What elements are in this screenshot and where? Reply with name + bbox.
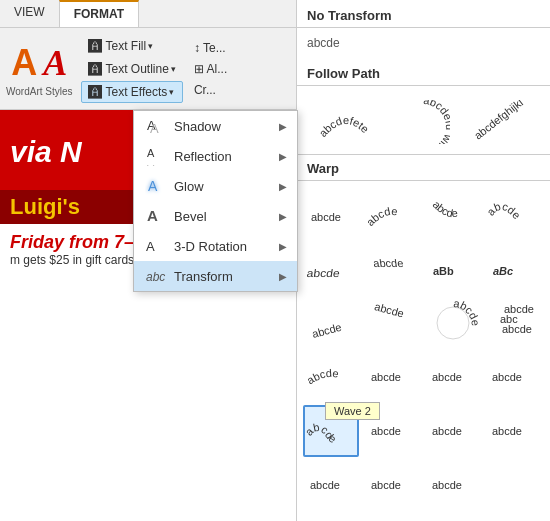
transform-label: Transform [174,269,279,284]
wordart-sample-2[interactable]: A [43,42,67,84]
warp-cell-11[interactable]: abcde [425,297,481,349]
wordart-styles-group: A A WordArt Styles [6,42,73,97]
bevel-label: Bevel [174,209,279,224]
svg-text:abcde: abcde [371,479,401,491]
glow-icon: A [144,176,168,196]
slide-red-text: via N [10,135,82,169]
shadow-arrow: ▶ [279,121,287,132]
svg-text:abc: abc [146,270,165,284]
svg-text:abcde: abcde [306,267,341,279]
divider-1 [297,27,550,28]
tab-view[interactable]: VIEW [0,0,59,27]
svg-text:A: A [147,163,155,166]
menu-reflection[interactable]: AA Reflection ▶ [134,141,297,171]
warp-cell-20[interactable]: abcde [485,405,541,457]
svg-text:abcde: abcde [432,479,462,491]
follow-path-title: Follow Path [297,60,550,85]
svg-text:A: A [146,239,155,254]
dropdown-arrow-2: ▾ [171,64,176,74]
warp-title: Warp [297,154,550,180]
text-effects-icon: 🅰 [88,84,102,100]
warp-cell-16[interactable]: abcde [485,351,541,403]
wordart-sample-1[interactable]: A [11,42,37,84]
svg-text:abcde: abcde [432,371,462,383]
dropdown-arrow: ▾ [148,41,153,51]
warp-cell-8[interactable]: aBc [485,243,541,295]
warp-cell-18[interactable]: abcde [364,405,420,457]
follow-path-cell-3[interactable]: abcdefghijklmno [473,96,529,148]
svg-text:abcde: abcde [492,425,522,437]
warp-panel: No Transform abcde Follow Path abcdefete… [296,0,550,521]
svg-text:abcde: abcde [310,479,340,491]
warp-cell-10[interactable]: abcde [364,297,420,349]
svg-text:abcde: abcde [371,425,401,437]
reflection-arrow: ▶ [279,151,287,162]
svg-text:abcde: abcde [372,257,404,269]
glow-label: Glow [174,179,279,194]
svg-text:abcdefu wiklm: abcdefu wiklm [423,100,450,144]
warp-cell-4[interactable]: abcde [485,189,541,241]
divider-3 [297,180,550,181]
svg-text:abcde: abcde [492,371,522,383]
glow-arrow: ▶ [279,181,287,192]
svg-text:A: A [148,178,158,194]
svg-text:abcde: abcde [367,205,398,228]
svg-text:A: A [150,121,159,136]
extra-buttons: ↕ Te... ⊞ Al... Cr... [187,38,234,100]
text-outline-button[interactable]: 🅰 Text Outline ▾ [81,58,183,80]
3d-rotation-label: 3-D Rotation [174,239,279,254]
warp-cell-2[interactable]: abcde [364,189,420,241]
warp-grid: abcde abcde abcde abcde abcde [297,185,550,515]
menu-glow[interactable]: A Glow ▶ [134,171,297,201]
warp-cell-22[interactable]: abcde [364,459,420,511]
svg-text:abcde: abcde [432,425,462,437]
no-transform-sample[interactable]: abcde [297,32,550,60]
reflection-label: Reflection [174,149,279,164]
warp-cell-17[interactable]: abcde [303,405,359,457]
warp-cell-3[interactable]: abcde [425,189,481,241]
text-fill-button[interactable]: 🅰 Text Fill ▾ [81,35,183,57]
warp-cell-9[interactable]: abcde [303,297,359,349]
svg-text:aBb: aBb [433,265,454,277]
svg-text:abcde: abcde [371,371,401,383]
text-outline-icon: 🅰 [88,61,102,77]
menu-shadow[interactable]: AA Shadow ▶ [134,111,297,141]
text-effects-dropdown: AA Shadow ▶ AA Reflection ▶ A Glow ▶ A B… [133,110,298,292]
warp-cell-23[interactable]: abcde [425,459,481,511]
svg-text:abcde: abcde [311,321,343,340]
warp-cell-1[interactable]: abcde [303,189,359,241]
3d-rotation-arrow: ▶ [279,241,287,252]
extra-btn-2[interactable]: ⊞ Al... [187,59,234,79]
text-effects-button[interactable]: 🅰 Text Effects ▾ [81,81,183,103]
svg-text:abcde: abcde [306,421,339,445]
text-fill-icon: 🅰 [88,38,102,54]
svg-text:abcde: abcde [452,301,477,327]
svg-text:A: A [147,207,158,224]
warp-cell-12[interactable]: abcde abc abcde [485,297,541,349]
dropdown-arrow-3: ▾ [169,87,174,97]
follow-path-cell-2[interactable]: abcdefu wiklm [395,96,451,148]
svg-text:abcde: abcde [488,200,523,221]
transform-icon: abc [144,266,168,286]
transform-arrow: ▶ [279,271,287,282]
warp-cell-5[interactable]: abcde [303,243,359,295]
menu-bevel[interactable]: A Bevel ▶ [134,201,297,231]
warp-cell-21[interactable]: abcde [303,459,359,511]
svg-text:abcde: abcde [311,211,341,223]
svg-text:abcde: abcde [306,367,340,387]
svg-text:A: A [147,147,155,159]
warp-cell-6[interactable]: abcde [364,243,420,295]
warp-cell-15[interactable]: abcde [425,351,481,403]
warp-cell-19[interactable]: abcde [425,405,481,457]
menu-transform[interactable]: abc Transform ▶ [134,261,297,291]
tab-format[interactable]: FORMAT [59,0,139,27]
warp-cell-14[interactable]: abcde [364,351,420,403]
extra-btn-1[interactable]: ↕ Te... [187,38,234,58]
warp-cell-13[interactable]: abcde [303,351,359,403]
warp-cell-7[interactable]: aBb [425,243,481,295]
slide-yellow-text: Luigi's [10,194,80,219]
svg-text:aBc: aBc [493,265,513,277]
follow-path-cell-1[interactable]: abcdefete [318,96,374,148]
extra-btn-cr[interactable]: Cr... [187,80,234,100]
menu-3d-rotation[interactable]: A 3-D Rotation ▶ [134,231,297,261]
